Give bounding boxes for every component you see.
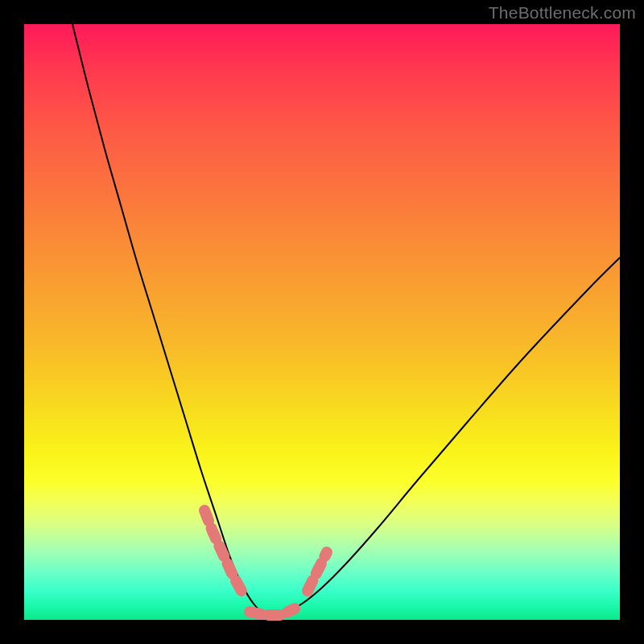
valley-marks-left bbox=[204, 510, 243, 594]
curve-svg bbox=[24, 24, 620, 620]
watermark-text: TheBottleneck.com bbox=[489, 3, 636, 23]
stage: TheBottleneck.com bbox=[0, 0, 644, 644]
valley-marks-floor bbox=[250, 609, 295, 615]
gradient-plot-area bbox=[24, 24, 620, 620]
bottleneck-curve bbox=[72, 24, 620, 616]
